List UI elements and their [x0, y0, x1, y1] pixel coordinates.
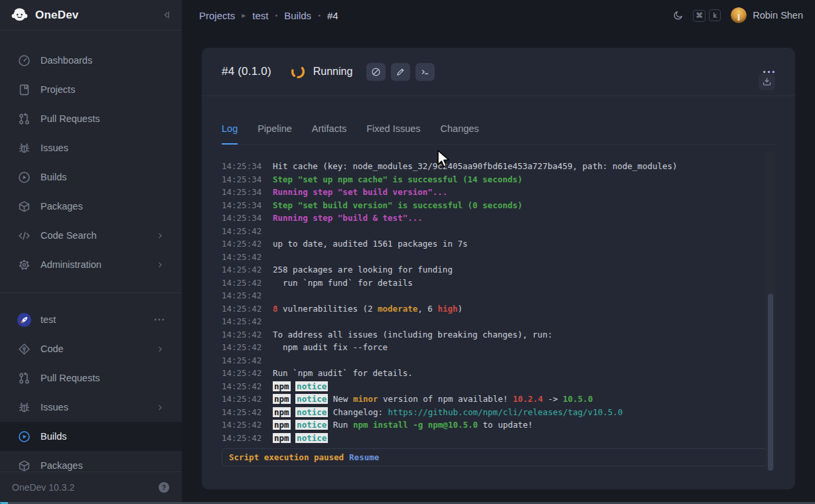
log-line: 14:25:42258 packages are looking for fun…: [222, 263, 775, 277]
log-line: 14:25:42To address all issues (including…: [222, 328, 775, 342]
chevron-right-icon: [156, 231, 165, 240]
log-message: 258 packages are looking for funding: [273, 263, 453, 277]
cancel-build-button[interactable]: [366, 63, 386, 81]
log-message: npm audit fix --force: [273, 341, 388, 354]
breadcrumb-separator: •: [275, 11, 277, 19]
sidebar-footer: OneDev 10.3.2 ?: [0, 472, 182, 502]
sidebar-item-builds[interactable]: Builds: [0, 162, 182, 192]
sidebar-item-label: Issues: [40, 143, 68, 153]
user-name: Robin Shen: [753, 10, 803, 21]
web-terminal-button[interactable]: [415, 63, 435, 81]
sidebar-item-pull-requests[interactable]: Pull Requests: [0, 363, 182, 393]
log-timestamp: 14:25:42: [222, 277, 262, 290]
pull-request-icon: [18, 113, 31, 125]
build-title: #4 (0.1.0): [222, 65, 271, 78]
sidebar-item-administration[interactable]: Administration: [0, 250, 182, 279]
package-icon: [18, 200, 31, 213]
log-line: 14:25:42: [222, 354, 775, 367]
sidebar-item-label: Pull Requests: [40, 373, 100, 383]
edit-build-button[interactable]: [391, 63, 410, 81]
breadcrumb-item-projects[interactable]: Projects: [199, 10, 235, 21]
user-avatar: [731, 7, 747, 23]
shortcut-key: k: [709, 9, 721, 21]
log-line: 14:25:42npm notice: [222, 432, 775, 444]
sidebar-item-label: Projects: [40, 84, 75, 95]
log-message: 8 vulnerabilities (2 moderate, 6 high): [273, 302, 463, 316]
sidebar-item-label: Builds: [40, 431, 67, 442]
log-line: 14:25:34Running step "build & test"...: [222, 212, 775, 225]
log-timestamp: 14:25:42: [222, 380, 262, 393]
breadcrumb-separator: ▸: [242, 11, 246, 20]
play-circle-icon: [18, 171, 31, 184]
log-message: run `npm fund` for details: [273, 277, 413, 290]
tab-log[interactable]: Log: [222, 123, 238, 145]
tab-fixed-issues[interactable]: Fixed Issues: [366, 123, 420, 144]
tab-pipeline[interactable]: Pipeline: [258, 123, 292, 144]
log-line: 14:25:34Step "set up npm cache" is succe…: [222, 173, 775, 186]
log-line: 14:25:34Step "set build version" is succ…: [222, 199, 775, 212]
log-line: 14:25:42npm notice: [222, 380, 775, 393]
sidebar-item-builds[interactable]: Builds: [0, 422, 182, 451]
sidebar-item-projects[interactable]: Projects: [0, 75, 182, 104]
log-timestamp: 14:25:42: [222, 418, 262, 432]
sidebar-item-pull-requests[interactable]: Pull Requests: [0, 104, 182, 133]
shortcut-key: ⌘: [693, 10, 705, 22]
sidebar-item-code[interactable]: Code: [0, 334, 182, 363]
log-timestamp: 14:25:42: [222, 251, 262, 264]
log-message: Step "set up npm cache" is successful (1…: [273, 173, 522, 186]
log-timestamp: 14:25:42: [222, 393, 262, 406]
log-timestamp: 14:25:42: [222, 289, 262, 302]
sidebar-item-label: Dashboards: [40, 55, 92, 66]
sidebar-item-dashboards[interactable]: Dashboards: [0, 46, 182, 75]
log-timestamp: 14:25:42: [222, 315, 262, 328]
log-scrollbar-thumb[interactable]: [768, 294, 773, 471]
running-spinner-icon: [290, 64, 306, 80]
topbar-right: ⌘k Robin Shen: [673, 7, 803, 23]
project-name: test: [40, 314, 56, 325]
topbar: Projects▸test•Builds•#4 ⌘k Robin Shen: [182, 0, 815, 31]
breadcrumb-item-test[interactable]: test: [252, 10, 268, 21]
project-more-icon[interactable]: [154, 318, 165, 322]
sidebar-item-issues[interactable]: Issues: [0, 133, 182, 162]
help-icon[interactable]: ?: [158, 481, 170, 493]
chevron-right-icon: [156, 261, 165, 269]
log-timestamp: 14:25:42: [222, 302, 262, 316]
log-scrollbar-track[interactable]: [765, 151, 775, 471]
git-icon: [18, 343, 31, 355]
sidebar-item-code-search[interactable]: Code Search: [0, 221, 182, 250]
log-line: 14:25:428 vulnerabilities (2 moderate, 6…: [222, 302, 775, 316]
user-menu[interactable]: Robin Shen: [731, 7, 803, 23]
onedev-logo-icon: [11, 6, 29, 24]
sidebar-item-label: Packages: [40, 460, 83, 471]
download-log-button[interactable]: [759, 74, 775, 90]
sidebar-item-packages[interactable]: Packages: [0, 192, 182, 221]
sidebar: OneDev DashboardsProjectsPull RequestsIs…: [0, 0, 182, 502]
log-message: To address all issues (including breakin…: [273, 328, 552, 342]
log-line: 14:25:42: [222, 315, 775, 328]
build-log[interactable]: 14:25:34Hit cache (key: node_modules_32/…: [222, 162, 775, 443]
log-line: 14:25:42npm notice New minor version of …: [222, 393, 775, 406]
chevron-right-icon: [156, 345, 165, 353]
sidebar-collapse-icon[interactable]: [161, 10, 171, 20]
gear-icon: [18, 259, 31, 271]
sidebar-item-issues[interactable]: Issues: [0, 393, 182, 422]
play-circle-icon: [18, 430, 31, 443]
tab-changes[interactable]: Changes: [441, 123, 479, 144]
log-timestamp: 14:25:42: [222, 367, 262, 380]
project-avatar: [17, 313, 31, 327]
keyboard-shortcut-hint: ⌘k: [693, 9, 724, 22]
app-version: OneDev 10.3.2: [12, 482, 74, 493]
sidebar-project-switcher[interactable]: test: [0, 305, 182, 334]
log-timestamp: 14:25:42: [222, 263, 262, 277]
log-timestamp: 14:25:42: [222, 406, 262, 419]
build-detail-card: #4 (0.1.0) Running LogPipelineArtifactsF…: [202, 48, 795, 489]
breadcrumb-item--4[interactable]: #4: [327, 10, 338, 21]
tab-artifacts[interactable]: Artifacts: [312, 123, 346, 144]
dark-mode-toggle-icon[interactable]: [673, 10, 684, 21]
resume-link[interactable]: Resume: [349, 452, 379, 462]
breadcrumb-item-builds[interactable]: Builds: [284, 10, 311, 21]
sidebar-item-label: Administration: [40, 259, 102, 270]
onedev-build-page: { "app": { "name": "OneDev", "version_la…: [0, 0, 815, 504]
breadcrumb: Projects▸test•Builds•#4: [199, 10, 338, 21]
log-line: 14:25:34Running step "set build version"…: [222, 186, 775, 199]
